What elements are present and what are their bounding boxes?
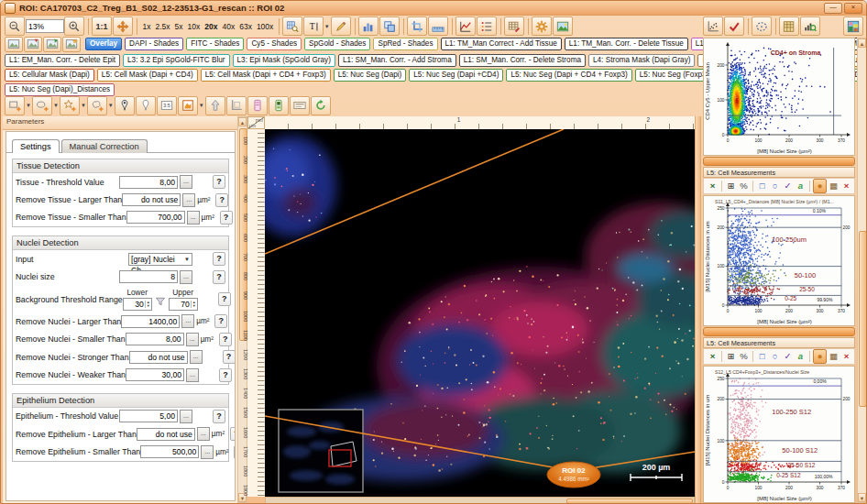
crop-button[interactable] xyxy=(407,16,427,36)
validate-check-button[interactable] xyxy=(724,16,744,36)
grid-3x5-button[interactable]: 3:5 xyxy=(157,96,177,115)
minimize-button[interactable]: — xyxy=(824,3,842,14)
split-view-icon[interactable]: × xyxy=(707,180,719,192)
seg-tab-0[interactable]: L5: Cellular Mask (Dapi) xyxy=(5,69,94,82)
image-adjust-1-button[interactable] xyxy=(5,37,23,52)
overview-inset[interactable] xyxy=(279,410,363,492)
dot-plot-icon[interactable]: ● xyxy=(813,349,827,364)
panel-splitter-bar-2[interactable] xyxy=(703,327,855,336)
parameters-tab-1[interactable]: Manual Correction xyxy=(61,139,148,153)
param-select[interactable]: [gray] Nuclei Ch▼ xyxy=(128,253,192,266)
help-button[interactable]: ? xyxy=(223,350,236,364)
browse-button[interactable]: ... xyxy=(180,410,192,423)
scroll-up-arrow[interactable]: ▲ xyxy=(238,117,247,126)
channel-tab-1[interactable]: DAPI - Shades xyxy=(125,38,183,50)
gate-range-icon[interactable]: ⊞ xyxy=(725,180,737,192)
snapshot-button[interactable] xyxy=(843,16,863,36)
stats-zoom-button[interactable] xyxy=(800,16,820,36)
scalebar-settings-button[interactable] xyxy=(290,96,310,115)
star-roi-caret[interactable]: ▼ xyxy=(81,103,86,108)
zoom-out-button[interactable] xyxy=(5,16,25,36)
panel-splitter[interactable] xyxy=(695,116,701,504)
copy-stamp-button[interactable] xyxy=(379,16,400,36)
channel-tab-5[interactable]: SpRed - Shades xyxy=(373,38,437,50)
rect-gate-icon[interactable]: □ xyxy=(756,350,768,363)
rect-gate-icon[interactable]: □ xyxy=(756,180,768,192)
seg-tab-1[interactable]: L5: Cell Mask (Dapi + CD4) xyxy=(97,69,198,82)
rscroll-down-arrow[interactable]: ▼ xyxy=(858,493,866,502)
pan-button[interactable] xyxy=(113,16,133,36)
help-button[interactable]: ? xyxy=(234,445,236,459)
magnification-1x[interactable]: 1x xyxy=(143,22,151,31)
param-input[interactable]: do not use xyxy=(122,193,181,206)
param-input[interactable]: 30,00 xyxy=(126,368,184,381)
magnification-40x[interactable]: 40x xyxy=(222,22,235,31)
table-view-icon[interactable]: ▦ xyxy=(828,180,840,192)
param-input[interactable]: 8 xyxy=(119,270,178,283)
magnification-100x[interactable]: 100x xyxy=(257,22,273,31)
param-input[interactable]: 8,00 xyxy=(126,333,184,345)
close-button[interactable]: × xyxy=(844,3,862,14)
magnification-5x[interactable]: 5x xyxy=(175,22,183,31)
browse-button[interactable]: ... xyxy=(182,193,195,207)
browse-button[interactable]: ... xyxy=(190,350,203,364)
close-panel-icon[interactable]: × xyxy=(840,180,852,192)
region-fill-caret[interactable]: ▼ xyxy=(199,103,204,108)
region-fill-button[interactable] xyxy=(178,96,198,115)
layer-tab-5[interactable]: L4: Stroma Mask (Dapi Gray) xyxy=(588,54,695,67)
ellipse-roi-caret[interactable]: ▼ xyxy=(53,103,59,108)
annotate-icon[interactable]: a xyxy=(795,350,807,363)
crop-region-button[interactable] xyxy=(226,96,247,115)
check-gate-icon[interactable]: ✓ xyxy=(782,180,794,192)
image-horizontal-scrollbar[interactable] xyxy=(265,497,695,504)
gate-range-icon[interactable]: ⊞ xyxy=(725,350,737,363)
ellipse-gate-icon[interactable]: ○ xyxy=(769,180,781,192)
help-button[interactable]: ? xyxy=(218,292,231,306)
channel-tab-6[interactable]: L1: TM_Man Correct - Add Tissue xyxy=(441,38,562,50)
help-button[interactable]: ? xyxy=(213,270,225,284)
result-list-button[interactable] xyxy=(477,16,497,36)
split-view-icon[interactable]: × xyxy=(707,350,719,363)
help-button[interactable]: ? xyxy=(213,175,225,189)
param-input[interactable]: 500,00 xyxy=(140,445,199,458)
param-input[interactable]: do not use xyxy=(129,351,188,364)
channel-tab-7[interactable]: L1: TM_Man. Corr. - Delete Tissue xyxy=(565,38,688,50)
rscroll-up-arrow[interactable]: ▲ xyxy=(858,38,866,48)
browse-button[interactable]: ... xyxy=(186,368,199,382)
help-button[interactable]: ? xyxy=(219,368,232,382)
browse-button[interactable]: ... xyxy=(180,175,192,189)
param-input[interactable]: 700,00 xyxy=(126,211,185,224)
magnification-63x[interactable]: 63x xyxy=(239,22,252,31)
browse-button[interactable]: ... xyxy=(201,445,214,459)
hscroll-thumb[interactable] xyxy=(566,499,693,504)
magnification-20x[interactable]: 20x xyxy=(204,22,217,31)
range-upper-spinner[interactable]: 70▲▼ xyxy=(169,298,198,311)
table-view-icon[interactable]: ▦ xyxy=(828,350,840,363)
table-edit-button[interactable] xyxy=(504,16,524,36)
classify-histogram-button[interactable] xyxy=(358,16,379,36)
browse-button[interactable]: ... xyxy=(197,427,210,441)
param-input[interactable]: 5,00 xyxy=(119,410,178,422)
ellipse-gate-icon[interactable]: ○ xyxy=(769,350,781,363)
zoom-in-button[interactable] xyxy=(64,16,84,36)
rscroll-thumb[interactable] xyxy=(859,231,867,407)
magnification-10x[interactable]: 10x xyxy=(188,22,201,31)
magnification-2.5x[interactable]: 2.5x xyxy=(155,22,170,31)
distance-tab-0[interactable]: L5: Nuc Seg (Dapi)_Distances xyxy=(5,83,115,96)
point-roi-alt-button[interactable] xyxy=(136,96,156,115)
tissue-image[interactable]: ROI 02 4.4986 mm² 200 µm xyxy=(265,129,695,497)
help-button[interactable]: ? xyxy=(214,314,227,328)
dot-plot-icon[interactable]: ● xyxy=(813,179,827,193)
image-adjust-2-button[interactable] xyxy=(24,37,42,52)
param-input[interactable]: 8,00 xyxy=(119,176,178,189)
param-input[interactable]: do not use xyxy=(137,428,195,441)
seg-tab-3[interactable]: L5: Nuc Seg (Dapi) xyxy=(334,69,407,82)
help-button[interactable]: ? xyxy=(215,193,228,207)
percent-display-icon[interactable]: % xyxy=(738,350,750,363)
help-button[interactable]: ? xyxy=(220,211,233,225)
check-gate-icon[interactable]: ✓ xyxy=(782,350,794,363)
roi-badge[interactable]: ROI 02 4.4986 mm² xyxy=(547,462,600,488)
right-panel-scrollbar[interactable]: ▲ ▼ xyxy=(857,38,867,503)
s11-distances-chart-panel[interactable]: S11_L5_CD4+_Distances [M8] Nuclei Size (… xyxy=(703,195,855,326)
channel-tab-2[interactable]: FITC - Shades xyxy=(186,38,244,50)
